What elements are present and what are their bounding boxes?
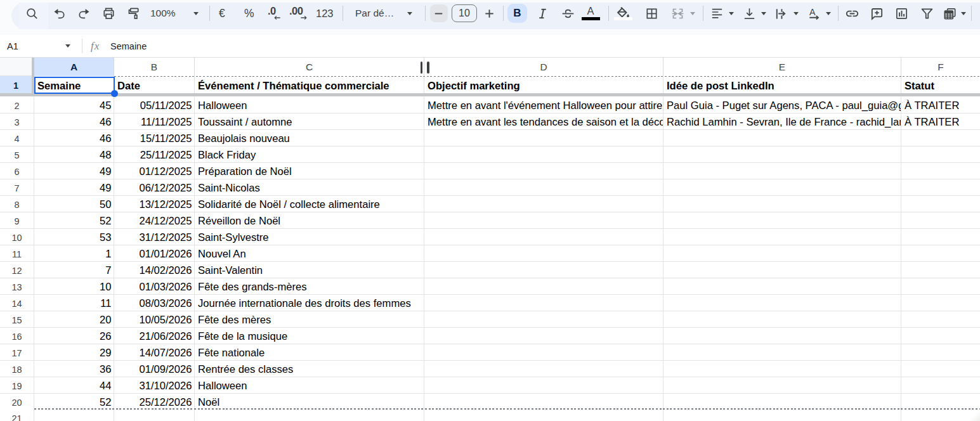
svg-text:A: A [809,6,816,16]
